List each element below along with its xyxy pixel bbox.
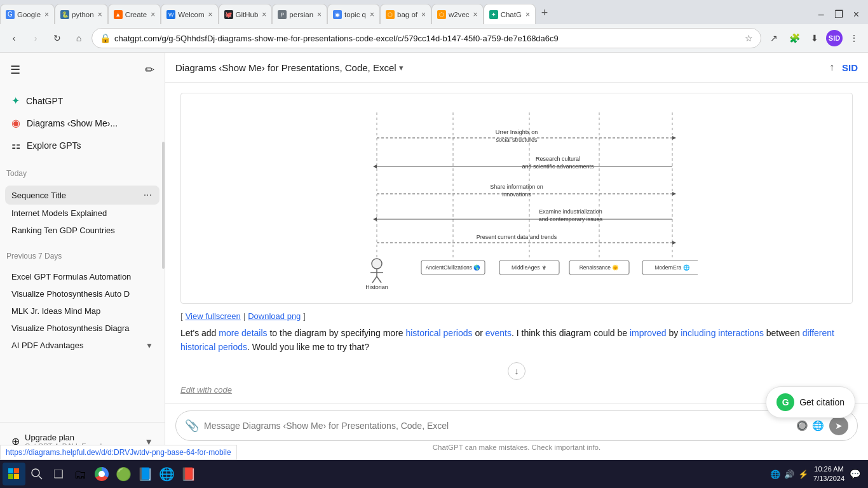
input-tool-icons: 🔘 🌐 xyxy=(796,420,824,431)
taskbar-chrome[interactable] xyxy=(92,464,112,484)
tab-chatgpt[interactable]: ✦ ChatG × xyxy=(484,4,536,24)
back-button[interactable]: ‹ xyxy=(5,29,23,47)
tab-persian[interactable]: P persian × xyxy=(272,4,327,24)
sidebar-scrollbar xyxy=(162,142,165,269)
upgrade-label: Upgrade plan xyxy=(25,433,119,442)
mlk-chat-label: MLK Jr. Ideas Mind Map xyxy=(11,306,153,316)
tab-close-create[interactable]: × xyxy=(151,10,155,19)
svg-marker-14 xyxy=(672,192,676,196)
sidebar-chat-ranking[interactable]: Ranking Ten GDP Countries xyxy=(5,222,159,239)
sidebar-chat-photo1[interactable]: Visualize Photosynthesis Auto D xyxy=(5,285,159,302)
chatgpt-label: ChatGPT xyxy=(26,96,63,106)
tab-google[interactable]: G Google × xyxy=(0,4,55,24)
taskbar-edge[interactable]: 🌐 xyxy=(156,464,177,484)
svg-marker-6 xyxy=(672,136,676,140)
share-button[interactable]: ↑ xyxy=(827,59,837,76)
system-tray: 🌐 🔊 ⚡ xyxy=(770,470,808,479)
tab-close-w2vec[interactable]: × xyxy=(473,10,478,19)
view-fullscreen-link[interactable]: View fullscreen xyxy=(186,311,241,321)
svg-line-43 xyxy=(39,476,42,479)
start-button[interactable] xyxy=(3,463,25,485)
svg-text:Historian: Historian xyxy=(365,284,388,290)
photo2-chat-label: Visualize Photosynthesis Diagra xyxy=(11,323,153,333)
tab-close-python[interactable]: × xyxy=(98,10,102,19)
tab-close-persian[interactable]: × xyxy=(317,10,322,19)
tab-welcome[interactable]: W Welcom × xyxy=(161,4,218,24)
new-tab-button[interactable]: + xyxy=(536,4,553,22)
taskbar-word[interactable]: 📘 xyxy=(135,464,155,484)
user-label: SID xyxy=(842,62,858,73)
taskbar-file-explorer[interactable]: 🗂 xyxy=(70,464,90,484)
tab-close-bagof[interactable]: × xyxy=(421,10,426,19)
get-citation-button[interactable]: G Get citation xyxy=(766,386,855,418)
diagram-area: Urrer Insights on social structures Rese… xyxy=(165,83,868,403)
svg-marker-22 xyxy=(672,241,676,245)
input-area: 📎 🔘 🌐 ➤ ChatGPT can make mistakes. Check… xyxy=(165,403,868,460)
ranking-chat-label: Ranking Ten GDP Countries xyxy=(11,226,153,235)
new-chat-button[interactable]: ✏ xyxy=(142,60,157,79)
tool2-icon[interactable]: 🌐 xyxy=(812,420,824,431)
window-controls: – ❐ × xyxy=(810,7,868,22)
bookmark-icon[interactable]: ☆ xyxy=(745,33,753,43)
taskbar-icon-green[interactable]: 🟢 xyxy=(113,464,133,484)
menu-button[interactable]: ⋮ xyxy=(845,29,863,47)
sidebar-chat-sequence[interactable]: Sequence Title ··· xyxy=(5,186,159,205)
message-input[interactable] xyxy=(204,421,791,431)
sidebar-toggle-button[interactable]: ☰ xyxy=(8,60,23,79)
forward-button[interactable]: › xyxy=(27,29,44,47)
taskbar-clock: 10:26 AM 7/13/2024 xyxy=(813,464,844,484)
attach-icon[interactable]: 📎 xyxy=(185,419,199,433)
title-dropdown-icon[interactable]: ▾ xyxy=(399,63,403,72)
tab-w2vec[interactable]: ⬡ w2vec × xyxy=(431,4,484,24)
highlight-events: events xyxy=(485,328,512,338)
tab-create[interactable]: ▲ Create × xyxy=(108,4,161,24)
sidebar-item-diagrams[interactable]: ◉ Diagrams ‹Show Me›... xyxy=(5,112,159,134)
download-button[interactable]: ⬇ xyxy=(806,29,824,47)
task-view-button[interactable]: ❑ xyxy=(48,464,69,484)
battery-icon: ⚡ xyxy=(798,470,808,479)
scroll-down-button[interactable]: ↓ xyxy=(508,362,526,380)
sidebar-chat-mlk[interactable]: MLK Jr. Ideas Mind Map xyxy=(5,302,159,320)
tool1-icon[interactable]: 🔘 xyxy=(796,420,808,431)
main-header: Diagrams ‹Show Me› for Presentations, Co… xyxy=(165,53,868,83)
tab-close-github[interactable]: × xyxy=(262,10,266,19)
send-button[interactable]: ➤ xyxy=(829,416,848,435)
svg-text:innovations: innovations xyxy=(502,191,531,198)
tab-title-w2vec: w2vec xyxy=(449,11,470,18)
maximize-button[interactable]: ❐ xyxy=(831,7,847,22)
reload-button[interactable]: ↻ xyxy=(48,29,66,47)
download-png-link[interactable]: Download png xyxy=(248,311,301,321)
notification-icon[interactable]: 💬 xyxy=(850,469,860,479)
svg-text:Examine industrialization: Examine industrialization xyxy=(539,208,602,215)
sidebar-item-chatgpt[interactable]: ✦ ChatGPT xyxy=(5,90,159,112)
sidebar-chat-internet[interactable]: Internet Models Explained xyxy=(5,205,159,222)
tab-close-topic[interactable]: × xyxy=(370,10,374,19)
sidebar-item-explore[interactable]: ⚏ Explore GPTs xyxy=(5,134,159,156)
explore-icon: ⚏ xyxy=(11,139,20,151)
tab-close-google[interactable]: × xyxy=(44,10,49,19)
taskbar-time-text: 10:26 AM xyxy=(813,464,844,474)
minimize-button[interactable]: – xyxy=(815,8,828,22)
tab-github[interactable]: 🐙 GitHub × xyxy=(219,4,273,24)
sidebar-chat-excel[interactable]: Excel GPT Formulas Automation xyxy=(5,268,159,285)
tab-bagof[interactable]: ⬡ bag of × xyxy=(380,4,431,24)
tab-close-welcome[interactable]: × xyxy=(208,10,213,19)
profile-avatar[interactable]: SID xyxy=(826,30,843,46)
chat-options-icon[interactable]: ··· xyxy=(142,189,153,201)
taskbar-book[interactable]: 📕 xyxy=(178,464,198,484)
url-bar[interactable]: 🔒 chatgpt.com/g/g-5QhhdsfDj-diagrams-sho… xyxy=(92,28,761,48)
tab-topic[interactable]: ◉ topic q × xyxy=(327,4,380,24)
extensions-button[interactable]: 🧩 xyxy=(785,29,803,47)
expand-icon[interactable]: ▼ xyxy=(146,341,153,350)
share-toolbar-button[interactable]: ↗ xyxy=(765,29,783,47)
tab-python[interactable]: 🐍 python × xyxy=(55,4,108,24)
edit-with-code-text: Edit with code xyxy=(180,385,853,395)
highlight-historical-periods: historical periods xyxy=(405,328,472,338)
sidebar-nav-items: ✦ ChatGPT ◉ Diagrams ‹Show Me›... ⚏ Expl… xyxy=(0,85,165,161)
sidebar-chat-aipdf[interactable]: AI PDF Advantages ▼ xyxy=(5,337,159,354)
home-button[interactable]: ⌂ xyxy=(70,29,88,47)
close-button[interactable]: × xyxy=(850,8,863,22)
tab-close-chatgpt[interactable]: × xyxy=(526,10,530,19)
sidebar-chat-photo2[interactable]: Visualize Photosynthesis Diagra xyxy=(5,320,159,337)
search-taskbar-button[interactable] xyxy=(27,464,47,484)
